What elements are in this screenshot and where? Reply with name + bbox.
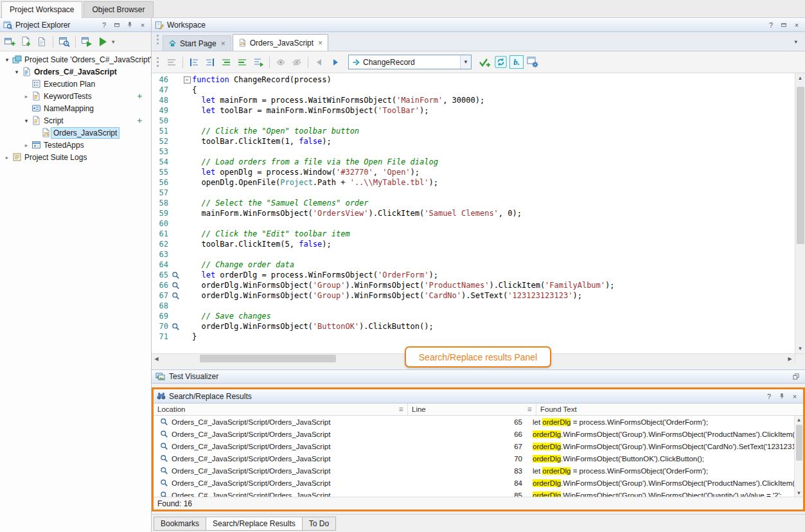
tab-bookmarks[interactable]: Bookmarks <box>154 517 206 531</box>
add-item-icon[interactable]: + <box>137 116 142 125</box>
tree-item-execution-plan[interactable]: Execution Plan <box>0 78 151 90</box>
visualizer-marker-icon[interactable] <box>170 290 182 301</box>
tree-item-keywordtests[interactable]: ▸KeywordTests+ <box>0 90 151 102</box>
tree-item-testedapps[interactable]: ▸TestedApps <box>0 139 151 151</box>
scrollbar-thumb[interactable] <box>200 355 336 362</box>
code-line-50[interactable]: 50 <box>152 116 795 126</box>
add-check-icon[interactable] <box>477 55 491 69</box>
code-area[interactable]: 46−function ChangeRecord(process)47{48 l… <box>152 73 795 353</box>
tab-object-browser[interactable]: Object Browser <box>84 1 153 17</box>
add-item-icon[interactable]: + <box>137 91 142 101</box>
new-page-icon[interactable] <box>35 35 49 49</box>
visualizer-marker-icon[interactable] <box>170 280 182 290</box>
align-right-icon[interactable] <box>203 55 217 69</box>
object-browser-icon[interactable] <box>57 35 71 49</box>
code-line-58[interactable]: 58 // Select the "Samuel Clemens" order <box>152 198 795 208</box>
result-row[interactable]: Orders_C#_JavaScript/Script/Orders_JavaS… <box>154 416 803 428</box>
result-row[interactable]: Orders_C#_JavaScript/Script/Orders_JavaS… <box>154 465 803 477</box>
close-tab-icon[interactable]: × <box>318 39 323 48</box>
comment-block-icon[interactable] <box>164 55 179 69</box>
tab-to-do[interactable]: To Do <box>302 517 336 531</box>
code-line-54[interactable]: 54 // Load orders from a file via the Op… <box>152 157 795 167</box>
expand-expander-icon[interactable]: ▸ <box>22 142 31 148</box>
code-line-61[interactable]: 61 // Click the "Edit" toolbar item <box>152 229 795 239</box>
tab-start-page[interactable]: Start Page × <box>163 35 231 51</box>
code-line-56[interactable]: 56 openDlg.OpenFile(Project.Path + '..\\… <box>152 177 795 188</box>
result-row[interactable]: Orders_C#_JavaScript/Script/Orders_JavaS… <box>154 452 803 465</box>
code-line-64[interactable]: 64 // Change order data <box>152 260 795 270</box>
indent-lines-icon[interactable] <box>219 55 233 69</box>
tree-item-orders-javascript[interactable]: JSOrders_JavaScript <box>0 127 151 139</box>
code-line-70[interactable]: 70 orderDlg.WinFormsObject('ButtonOK').C… <box>152 321 795 332</box>
collapse-expander-icon[interactable]: ▾ <box>22 118 31 124</box>
tree-item-script[interactable]: ▾Script+ <box>0 114 151 127</box>
scroll-right-icon[interactable]: ▶ <box>785 354 795 363</box>
code-line-46[interactable]: 46−function ChangeRecord(process) <box>152 75 795 85</box>
sync-refresh-icon[interactable] <box>493 55 508 69</box>
code-line-48[interactable]: 48 let mainForm = process.WaitWinFormsOb… <box>152 95 795 105</box>
outdent-lines-icon[interactable] <box>235 55 249 69</box>
run-test-icon[interactable] <box>80 35 94 49</box>
navigate-forward-icon[interactable] <box>328 55 342 69</box>
toolbar-grip[interactable] <box>157 57 159 67</box>
navigate-back-icon[interactable] <box>312 55 326 69</box>
pin-icon[interactable] <box>777 391 787 401</box>
code-line-62[interactable]: 62 toolBar.ClickItem(5, false); <box>152 239 795 249</box>
expand-expander-icon[interactable]: ▸ <box>22 93 31 100</box>
tab-list-dropdown-icon[interactable]: ▾ <box>794 39 802 45</box>
close-tab-icon[interactable]: × <box>221 39 226 48</box>
toolbar-more-dropdown-icon[interactable]: ▾ <box>112 39 115 45</box>
add-existing-item-icon[interactable] <box>19 35 33 49</box>
code-line-65[interactable]: 65 let orderDlg = process.WinFormsObject… <box>152 270 795 280</box>
result-row[interactable]: Orders_C#_JavaScript/Script/Orders_JavaS… <box>154 428 803 440</box>
scroll-down-icon[interactable]: ▼ <box>795 344 805 353</box>
help-icon[interactable]: ? <box>99 20 109 30</box>
chevron-down-icon[interactable]: ▼ <box>460 55 471 69</box>
float-icon[interactable] <box>779 20 789 30</box>
column-header-found-text[interactable]: Found Text <box>536 403 803 415</box>
code-line-67[interactable]: 67 orderDlg.WinFormsObject('Group').WinF… <box>152 290 795 301</box>
scrollbar-thumb[interactable] <box>797 87 804 244</box>
align-left-icon[interactable] <box>187 55 201 69</box>
scroll-left-icon[interactable]: ◀ <box>152 354 161 363</box>
editor-vertical-scrollbar[interactable]: ▲ ▼ <box>795 73 805 353</box>
tab-orders-javascript[interactable]: JS Orders_JavaScript × <box>233 34 328 51</box>
code-line-60[interactable]: 60 <box>152 218 795 229</box>
results-vertical-scrollbar[interactable]: ▲▼ <box>794 416 803 497</box>
close-icon[interactable]: × <box>790 391 800 401</box>
code-line-51[interactable]: 51 // Click the "Open" toolbar button <box>152 126 795 136</box>
column-header-line[interactable]: Line≣ <box>408 403 536 415</box>
visualizer-marker-icon[interactable] <box>170 321 182 332</box>
column-header-location[interactable]: Location≣ <box>154 403 408 415</box>
scrollbar-thumb[interactable] <box>796 425 802 461</box>
result-row[interactable]: Orders_C#_JavaScript/Script/Orders_JavaS… <box>154 440 803 452</box>
disable-statements-icon[interactable] <box>274 55 288 69</box>
enable-statements-icon[interactable] <box>290 55 304 69</box>
result-row[interactable]: Orders_C#_JavaScript/Script/Orders_JavaS… <box>154 489 803 497</box>
function-selector-dropdown[interactable]: ChangeRecord ▼ <box>348 55 472 69</box>
help-icon[interactable]: ? <box>764 391 774 401</box>
code-line-52[interactable]: 52 toolBar.ClickItem(1, false); <box>152 136 795 146</box>
tree-item-orders-c-javascript[interactable]: ▾Orders_C#_JavaScript <box>0 66 151 78</box>
close-icon[interactable]: × <box>137 20 148 30</box>
code-line-69[interactable]: 69 // Save changes <box>152 311 795 321</box>
tab-search-replace-results[interactable]: Search/Replace Results <box>206 517 303 531</box>
float-icon[interactable] <box>112 20 122 30</box>
code-line-59[interactable]: 59 mainForm.WinFormsObject('OrdersView')… <box>152 208 795 218</box>
code-line-55[interactable]: 55 let openDlg = process.Window('#32770'… <box>152 167 795 177</box>
visualizer-marker-icon[interactable] <box>170 270 182 280</box>
code-line-71[interactable]: 71} <box>152 332 795 342</box>
code-line-57[interactable]: 57 <box>152 188 795 198</box>
scroll-down-icon[interactable]: ▼ <box>795 489 803 497</box>
code-line-68[interactable]: 68 <box>152 301 795 311</box>
add-new-item-icon[interactable] <box>3 35 17 49</box>
expand-expander-icon[interactable]: ▸ <box>3 154 12 161</box>
help-icon[interactable]: ? <box>766 20 776 30</box>
tree-item-namemapping[interactable]: NameMapping <box>0 102 151 114</box>
code-line-66[interactable]: 66 orderDlg.WinFormsObject('Group').WinF… <box>152 280 795 290</box>
collapse-expander-icon[interactable]: ▾ <box>12 69 21 75</box>
scroll-up-icon[interactable]: ▲ <box>795 73 805 83</box>
tree-item-project-suite-logs[interactable]: ▸Project Suite Logs <box>0 151 151 163</box>
test-visualizer-bar[interactable]: Test Visualizer <box>152 369 805 384</box>
filter-icon[interactable]: ≣ <box>527 406 532 412</box>
